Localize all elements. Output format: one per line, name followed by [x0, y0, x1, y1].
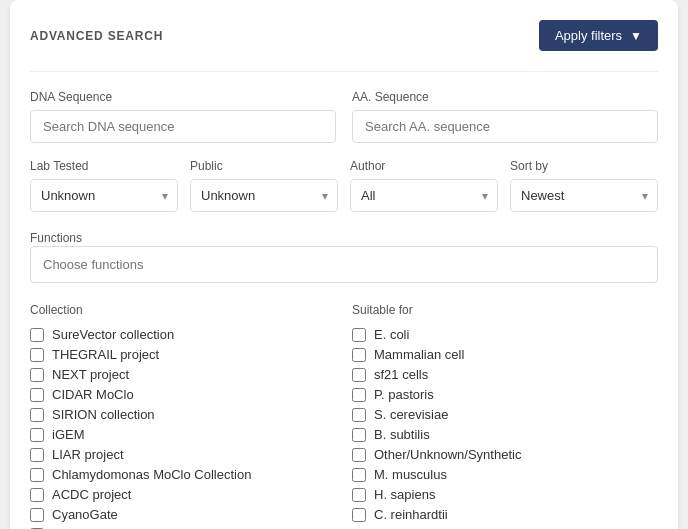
- collection-item-label: SureVector collection: [52, 327, 174, 342]
- aa-sequence-input[interactable]: [352, 110, 658, 143]
- collection-item-label: CyanoGate: [52, 507, 118, 522]
- collection-checkbox[interactable]: [30, 408, 44, 422]
- public-group: Public Unknown Yes No: [190, 159, 338, 212]
- sort-by-select-wrapper: Newest Oldest: [510, 179, 658, 212]
- public-label: Public: [190, 159, 338, 173]
- collection-checkbox[interactable]: [30, 488, 44, 502]
- sort-by-select[interactable]: Newest Oldest: [510, 179, 658, 212]
- suitable-for-checkbox[interactable]: [352, 488, 366, 502]
- list-item[interactable]: S. cerevisiae: [352, 407, 658, 422]
- list-item[interactable]: E. coli: [352, 327, 658, 342]
- suitable-for-item-label: B. subtilis: [374, 427, 430, 442]
- functions-row: Functions: [30, 228, 658, 283]
- author-select[interactable]: All: [350, 179, 498, 212]
- suitable-for-checkbox[interactable]: [352, 468, 366, 482]
- collection-item-label: ACDC project: [52, 487, 131, 502]
- collection-section: Collection SureVector collectionTHEGRAIL…: [30, 303, 336, 529]
- collection-checkbox[interactable]: [30, 348, 44, 362]
- collection-item-label: LIAR project: [52, 447, 124, 462]
- suitable-for-checkbox[interactable]: [352, 348, 366, 362]
- dna-sequence-group: DNA Sequence: [30, 90, 336, 143]
- sort-by-label: Sort by: [510, 159, 658, 173]
- list-item[interactable]: B. subtilis: [352, 427, 658, 442]
- collection-item-label: iGEM: [52, 427, 85, 442]
- suitable-for-item-label: C. reinhardtii: [374, 507, 448, 522]
- filter-icon: ▼: [630, 29, 642, 43]
- list-item[interactable]: NEXT project: [30, 367, 336, 382]
- list-item[interactable]: Other/Unknown/Synthetic: [352, 447, 658, 462]
- divider: [30, 71, 658, 72]
- author-label: Author: [350, 159, 498, 173]
- collection-checkbox[interactable]: [30, 508, 44, 522]
- collection-checkbox[interactable]: [30, 328, 44, 342]
- suitable-for-checkbox[interactable]: [352, 428, 366, 442]
- lab-tested-select-wrapper: Unknown Yes No: [30, 179, 178, 212]
- list-item[interactable]: M. musculus: [352, 467, 658, 482]
- collection-list: SureVector collectionTHEGRAIL projectNEX…: [30, 327, 336, 529]
- suitable-for-item-label: Mammalian cell: [374, 347, 464, 362]
- collection-checkbox[interactable]: [30, 368, 44, 382]
- list-item[interactable]: H. sapiens: [352, 487, 658, 502]
- dna-sequence-input[interactable]: [30, 110, 336, 143]
- list-item[interactable]: CIDAR MoClo: [30, 387, 336, 402]
- suitable-for-item-label: H. sapiens: [374, 487, 435, 502]
- suitable-for-item-label: S. cerevisiae: [374, 407, 448, 422]
- collections-row: Collection SureVector collectionTHEGRAIL…: [30, 303, 658, 529]
- collection-title: Collection: [30, 303, 336, 317]
- list-item[interactable]: iGEM: [30, 427, 336, 442]
- suitable-for-checkbox[interactable]: [352, 328, 366, 342]
- collection-item-label: SIRION collection: [52, 407, 155, 422]
- suitable-for-item-label: Other/Unknown/Synthetic: [374, 447, 521, 462]
- list-item[interactable]: ACDC project: [30, 487, 336, 502]
- public-select[interactable]: Unknown Yes No: [190, 179, 338, 212]
- list-item[interactable]: sf21 cells: [352, 367, 658, 382]
- apply-filters-button[interactable]: Apply filters ▼: [539, 20, 658, 51]
- suitable-for-item-label: sf21 cells: [374, 367, 428, 382]
- apply-filters-label: Apply filters: [555, 28, 622, 43]
- list-item[interactable]: SureVector collection: [30, 327, 336, 342]
- collection-item-label: THEGRAIL project: [52, 347, 159, 362]
- list-item[interactable]: P. pastoris: [352, 387, 658, 402]
- aa-sequence-group: AA. Sequence: [352, 90, 658, 143]
- collection-checkbox[interactable]: [30, 448, 44, 462]
- list-item[interactable]: LIAR project: [30, 447, 336, 462]
- list-item[interactable]: Chlamydomonas MoClo Collection: [30, 467, 336, 482]
- author-select-wrapper: All: [350, 179, 498, 212]
- suitable-for-checkbox[interactable]: [352, 368, 366, 382]
- collection-checkbox[interactable]: [30, 468, 44, 482]
- suitable-for-item-label: E. coli: [374, 327, 409, 342]
- lab-tested-group: Lab Tested Unknown Yes No: [30, 159, 178, 212]
- suitable-for-title: Suitable for: [352, 303, 658, 317]
- lab-tested-label: Lab Tested: [30, 159, 178, 173]
- list-item[interactable]: C. reinhardtii: [352, 507, 658, 522]
- suitable-for-checkbox[interactable]: [352, 508, 366, 522]
- list-item[interactable]: CyanoGate: [30, 507, 336, 522]
- list-item[interactable]: Mammalian cell: [352, 347, 658, 362]
- list-item[interactable]: THEGRAIL project: [30, 347, 336, 362]
- panel-title: ADVANCED SEARCH: [30, 29, 163, 43]
- list-item[interactable]: SIRION collection: [30, 407, 336, 422]
- suitable-for-section: Suitable for E. coliMammalian cellsf21 c…: [352, 303, 658, 529]
- collection-item-label: Chlamydomonas MoClo Collection: [52, 467, 251, 482]
- collection-item-label: CIDAR MoClo: [52, 387, 134, 402]
- suitable-for-item-label: P. pastoris: [374, 387, 434, 402]
- collection-item-label: NEXT project: [52, 367, 129, 382]
- dropdowns-row: Lab Tested Unknown Yes No Public Unknown…: [30, 159, 658, 212]
- collection-checkbox[interactable]: [30, 388, 44, 402]
- dna-sequence-label: DNA Sequence: [30, 90, 336, 104]
- lab-tested-select[interactable]: Unknown Yes No: [30, 179, 178, 212]
- suitable-for-list: E. coliMammalian cellsf21 cellsP. pastor…: [352, 327, 658, 522]
- sequence-row: DNA Sequence AA. Sequence: [30, 90, 658, 143]
- author-group: Author All: [350, 159, 498, 212]
- aa-sequence-label: AA. Sequence: [352, 90, 658, 104]
- sort-by-group: Sort by Newest Oldest: [510, 159, 658, 212]
- advanced-search-panel: ADVANCED SEARCH Apply filters ▼ DNA Sequ…: [10, 0, 678, 529]
- header: ADVANCED SEARCH Apply filters ▼: [30, 20, 658, 51]
- suitable-for-checkbox[interactable]: [352, 448, 366, 462]
- suitable-for-checkbox[interactable]: [352, 388, 366, 402]
- public-select-wrapper: Unknown Yes No: [190, 179, 338, 212]
- suitable-for-checkbox[interactable]: [352, 408, 366, 422]
- collection-checkbox[interactable]: [30, 428, 44, 442]
- functions-input[interactable]: [30, 246, 658, 283]
- functions-label: Functions: [30, 231, 82, 245]
